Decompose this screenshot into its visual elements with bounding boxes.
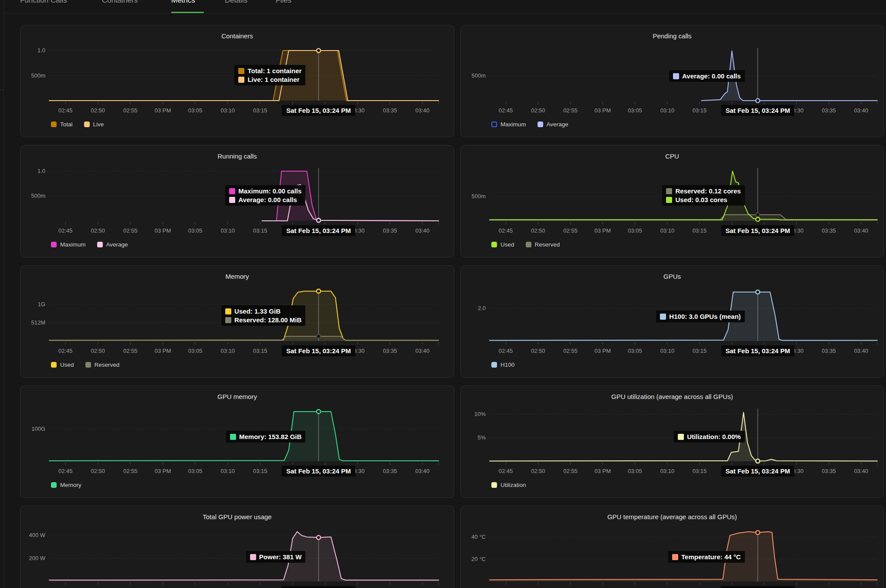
tab-files[interactable]: Files <box>276 0 291 5</box>
chart-tooltip: Used: 1.33 GiBReserved: 128.00 MiB <box>221 305 305 326</box>
series-swatch-icon <box>678 434 684 440</box>
chart-tooltip-text: Maximum: 0.00 calls <box>238 187 301 195</box>
tab-bar: Function CallsContainersMetricsDetailsFi… <box>0 0 886 13</box>
x-axis-label: 03 PM <box>590 348 616 355</box>
y-axis-label: 512M <box>20 319 45 326</box>
chart-panel-gpu-memory: GPU memory100G02:4502:5002:5503 PM03:050… <box>20 385 454 498</box>
legend-item-used[interactable]: Used <box>51 362 74 368</box>
x-axis-label: 03:05 <box>622 348 648 355</box>
tab-function-calls[interactable]: Function Calls <box>20 0 67 5</box>
chart-tooltip: Memory: 153.82 GiB <box>226 431 305 443</box>
legend-item-live[interactable]: Live <box>84 121 104 128</box>
x-axis-label: 03 PM <box>150 227 176 234</box>
x-axis-label: 03:35 <box>816 348 842 355</box>
x-axis-label: 03:40 <box>409 468 436 475</box>
x-axis-label: 03:35 <box>377 348 403 355</box>
legend-item-memory[interactable]: Memory <box>51 482 81 488</box>
crosshair-date-tooltip: Sat Feb 15, 03:24 PM <box>282 466 355 476</box>
x-axis-label: 03:35 <box>816 468 842 475</box>
chart-legend: MaximumAverage <box>491 121 568 128</box>
legend-item-average[interactable]: Average <box>538 121 568 128</box>
x-axis-label: 03:15 <box>247 227 273 234</box>
y-axis-label: 1.0 <box>20 168 45 175</box>
chart-tooltip-row: Used: 1.33 GiB <box>225 308 301 315</box>
legend-item-reserved[interactable]: Reserved <box>85 362 120 368</box>
crosshair-date-tooltip: Sat Feb 15, 03:24 PM <box>721 466 794 476</box>
x-axis-label: 03:10 <box>654 348 680 355</box>
legend-item-h100[interactable]: H100 <box>491 362 514 368</box>
legend-item-total[interactable]: Total <box>51 121 73 128</box>
chart-tooltip-row: Memory: 153.82 GiB <box>230 433 301 440</box>
x-axis-label: 03:05 <box>622 107 648 114</box>
x-axis-label: 02:50 <box>525 468 551 475</box>
chart-panel-pending-calls: Pending calls500m02:4502:5002:5503 PM03:… <box>460 25 884 137</box>
legend-swatch-icon <box>51 482 57 488</box>
y-axis-label: 500m <box>461 193 486 200</box>
legend-label: Total <box>60 121 73 128</box>
chart-tooltip-text: Temperature: 44 °C <box>681 553 741 561</box>
chart-tooltip: Average: 0.00 calls <box>669 70 745 82</box>
x-axis-label: 03:35 <box>816 227 842 234</box>
crosshair-date-tooltip: Sat Feb 15, 03:24 PM <box>282 586 355 588</box>
chart-tooltip: H100: 3.0 GPUs (mean) <box>656 311 744 322</box>
x-axis-label: 03:35 <box>377 227 403 234</box>
x-axis-label: 03 PM <box>590 468 616 475</box>
legend-item-used[interactable]: Used <box>491 241 514 248</box>
crosshair-date-tooltip: Sat Feb 15, 03:24 PM <box>282 225 355 236</box>
x-axis-label: 03:05 <box>182 468 208 475</box>
chart-tooltip-row: Reserved: 128.00 MiB <box>225 316 301 324</box>
legend-swatch-icon <box>526 242 531 247</box>
legend-item-utilization[interactable]: Utilization <box>491 482 526 488</box>
chart-legend: Memory <box>51 482 81 488</box>
chart-legend: H100 <box>491 362 514 368</box>
x-axis-label: 03:10 <box>215 107 241 114</box>
tab-bar-divider <box>3 13 886 14</box>
chart-tooltip-text: Live: 1 container <box>247 76 299 83</box>
legend-label: Reserved <box>95 362 120 368</box>
chart-legend: MaximumAverage <box>51 241 128 248</box>
crosshair-date-tooltip: Sat Feb 15, 03:24 PM <box>282 345 355 356</box>
x-axis-label: 02:55 <box>117 468 143 475</box>
x-axis-label: 02:45 <box>493 468 519 475</box>
y-axis-label: 2.0 <box>461 305 486 312</box>
crosshair-date-tooltip: Sat Feb 15, 03:24 PM <box>721 105 794 116</box>
legend-item-maximum[interactable]: Maximum <box>51 241 86 248</box>
x-axis-label: 03:40 <box>848 468 874 475</box>
chart-tooltip-text: Reserved: 0.12 cores <box>675 187 741 195</box>
chart-tooltip-text: Used: 0.03 cores <box>675 196 727 203</box>
chart-tooltip-row: Used: 0.03 cores <box>666 196 741 203</box>
chart-tooltip: Reserved: 0.12 coresUsed: 0.03 cores <box>662 185 744 206</box>
legend-item-maximum[interactable]: Maximum <box>491 121 526 128</box>
series-swatch-icon <box>250 554 256 560</box>
legend-swatch-icon <box>51 122 57 127</box>
x-axis-label: 03:40 <box>409 107 436 114</box>
chart-panel-containers: Containers1.0500m02:4502:5002:5503 PM03:… <box>20 25 454 137</box>
x-axis-label: 02:50 <box>525 107 551 114</box>
chart-plot[interactable] <box>20 506 455 588</box>
series-swatch-icon <box>238 77 244 83</box>
legend-swatch-icon <box>84 122 90 127</box>
x-axis-label: 02:45 <box>493 348 519 355</box>
x-axis-label: 02:45 <box>52 468 78 475</box>
y-axis-label: 1.0 <box>20 47 45 54</box>
legend-label: Utilization <box>500 482 526 488</box>
y-axis-label: 200 W <box>20 555 45 562</box>
legend-item-average[interactable]: Average <box>97 241 128 248</box>
x-axis-label: 03:10 <box>215 468 241 475</box>
chart-panel-gpus: GPUs2.002:4502:5002:5503 PM03:0503:1003:… <box>460 265 884 378</box>
tab-metrics[interactable]: Metrics <box>171 0 195 5</box>
series-swatch-icon <box>672 554 678 560</box>
x-axis-label: 03:05 <box>622 468 648 475</box>
legend-item-reserved[interactable]: Reserved <box>526 241 560 248</box>
x-axis-label: 03 PM <box>150 468 176 475</box>
tab-details[interactable]: Details <box>225 0 247 5</box>
chart-plot[interactable] <box>461 506 884 588</box>
x-axis-label: 03:15 <box>686 107 713 114</box>
y-axis-label: 100G <box>20 426 45 433</box>
x-axis-label: 03:05 <box>622 227 648 234</box>
y-axis-label: 500m <box>20 72 45 79</box>
legend-label: Memory <box>60 482 81 488</box>
chart-panel-running-calls: Running calls1.0500m02:4502:5002:5503 PM… <box>20 145 454 257</box>
x-axis-label: 03:05 <box>182 227 208 234</box>
tab-containers[interactable]: Containers <box>102 0 138 5</box>
